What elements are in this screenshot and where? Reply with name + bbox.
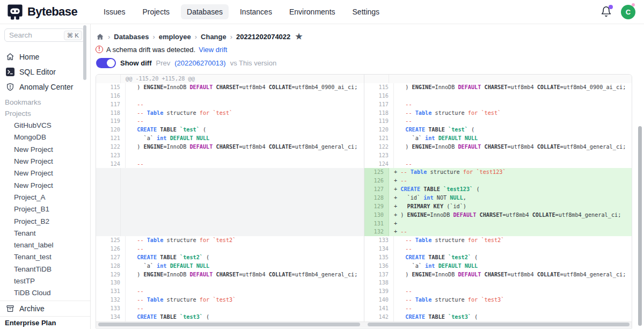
diff-line: 142 CREATE TABLE `test3` ( (364, 313, 632, 321)
bytebase-logo[interactable]: Bytebase (0, 3, 91, 20)
line-code: `a` int DEFAULT NULL (394, 134, 632, 143)
sidebar-project-project_b1[interactable]: Project_B1 (0, 203, 90, 215)
sidebar-project-tenant_label[interactable]: tenant_label (0, 239, 90, 251)
toggle-knob (107, 59, 115, 67)
line-code: -- (126, 287, 364, 296)
sidebar-scrollbar[interactable] (83, 25, 86, 80)
show-diff-toggle[interactable] (96, 58, 116, 68)
sidebar-project-tidb-cloud[interactable]: TiDB Cloud (0, 287, 90, 299)
sidebar-item-sql-editor[interactable]: SQL Editor (0, 64, 90, 79)
diff-line: 138 (364, 279, 632, 287)
line-code: ) ENGINE=InnoDB DEFAULT CHARSET=utf8mb4 … (126, 270, 364, 279)
sidebar-project-project_b2[interactable]: Project_B2 (0, 215, 90, 227)
avatar[interactable]: C (621, 5, 635, 19)
diff-line: 133 -- Table structure for `test2` (364, 236, 632, 245)
line-number: 131 (101, 287, 126, 296)
breadcrumb-item[interactable]: employee (159, 33, 191, 41)
line-code (394, 92, 632, 100)
bookmark-star-icon[interactable]: ★ (295, 32, 302, 41)
line-code (126, 279, 364, 287)
diff-line: 141 -- (364, 304, 632, 313)
brand-name: Bytebase (27, 5, 77, 19)
sidebar-item-home[interactable]: Home (0, 49, 90, 64)
notifications-button[interactable] (601, 6, 612, 18)
line-code: -- (394, 160, 632, 169)
line-code: -- (394, 287, 632, 296)
line-code: + CREATE TABLE `test123` ( (389, 185, 632, 194)
sidebar-nav: HomeSQL EditorAnomaly Center (0, 49, 90, 94)
line-number: 142 (369, 313, 394, 321)
line-code (121, 220, 364, 228)
page-scrollbar[interactable] (638, 126, 642, 326)
vs-this-version-label: vs This version (230, 59, 276, 67)
diff-line-filler (96, 177, 364, 185)
nav-item-environments[interactable]: Environments (283, 4, 341, 19)
diff-pane-current: 115 ) ENGINE=InnoDB DEFAULT CHARSET=utf8… (364, 75, 632, 321)
nav-item-settings[interactable]: Settings (347, 4, 386, 19)
main-content: ›Databases›employee›Change›2022120207402… (91, 24, 644, 329)
line-number: 130 (101, 279, 126, 287)
breadcrumb-item[interactable]: Databases (114, 33, 149, 41)
nav-item-instances[interactable]: Instances (234, 4, 278, 19)
sidebar-item-anomaly-center[interactable]: Anomaly Center (0, 79, 90, 94)
diff-line: 118 -- Table structure for `test` (364, 109, 632, 118)
line-number: 134 (369, 245, 394, 253)
prev-version-link[interactable]: (202206270013) (174, 59, 225, 67)
diff-line: 134 CREATE TABLE `test3` ( (96, 313, 364, 321)
line-number: 120 (369, 126, 394, 134)
diff-line: 117 -- (364, 100, 632, 109)
line-code (121, 177, 364, 185)
sidebar-project-new-project[interactable]: New Project (0, 143, 90, 155)
line-number: 127 (364, 185, 389, 194)
search-box[interactable]: ⌘ K (4, 28, 85, 42)
diff-line-filler (96, 194, 364, 202)
line-code: -- Table structure for `test3` (394, 296, 632, 304)
diff-line: 131 -- (96, 287, 364, 296)
diff-line-added: 132+ -- (364, 228, 632, 236)
line-number: 128 (101, 262, 126, 270)
sidebar-project-tenant_test[interactable]: Tenant_test (0, 251, 90, 263)
anomaly-center-icon (6, 83, 14, 91)
diff-line-added: 127+ CREATE TABLE `test123` ( (364, 185, 632, 194)
nav-item-projects[interactable]: Projects (136, 4, 175, 19)
sidebar-project-new-project[interactable]: New Project (0, 155, 90, 167)
diff-line-filler (96, 220, 364, 228)
sidebar-project-project_a[interactable]: Project_A (0, 191, 90, 203)
breadcrumb: ›Databases›employee›Change›2022120207402… (96, 31, 303, 42)
line-number: 125 (101, 236, 126, 245)
line-number (96, 211, 121, 220)
line-code (121, 202, 364, 211)
search-input[interactable] (9, 31, 53, 39)
diff-line: 124 -- (364, 160, 632, 169)
diff-line: 122 ) ENGINE=InnoDB DEFAULT CHARSET=utf8… (96, 143, 364, 151)
diff-line: 128 `a` int DEFAULT NULL (96, 262, 364, 270)
right-pane-horizontal-scrollbar[interactable] (368, 323, 630, 326)
line-number: 124 (369, 160, 394, 169)
sidebar-item-archive[interactable]: Archive (0, 301, 90, 316)
line-code: -- Table structure for `test` (394, 109, 632, 118)
sidebar-project-new-project[interactable]: New Project (0, 167, 90, 179)
line-number: 118 (369, 109, 394, 118)
sidebar-project-testtp[interactable]: testTP (0, 275, 90, 287)
line-number (96, 75, 121, 83)
view-drift-link[interactable]: View drift (199, 46, 227, 54)
line-number: 118 (101, 109, 126, 118)
breadcrumb-item[interactable]: Change (201, 33, 226, 41)
line-code: CREATE TABLE `test3` ( (394, 313, 632, 321)
line-code: ) ENGINE=InnoDB DEFAULT CHARSET=utf8mb4 … (394, 143, 632, 151)
breadcrumb-separator: › (230, 33, 232, 41)
sidebar-project-mongodb[interactable]: MongoDB (0, 131, 90, 143)
breadcrumb-item[interactable]: 20221202074022 (236, 33, 290, 41)
sidebar-project-new-project[interactable]: New Project (0, 179, 90, 191)
line-number: 116 (369, 92, 394, 100)
sidebar-project-githubvcs[interactable]: GitHubVCS (0, 119, 90, 131)
sidebar-project-tenant[interactable]: Tenant (0, 227, 90, 239)
diff-line: 129 ) ENGINE=InnoDB DEFAULT CHARSET=utf8… (96, 270, 364, 279)
line-code: -- (126, 160, 364, 169)
sidebar-project-tenanttidb[interactable]: TenantTiDB (0, 263, 90, 275)
nav-item-databases[interactable]: Databases (181, 4, 229, 19)
left-pane-horizontal-scrollbar[interactable] (98, 323, 360, 326)
breadcrumb-separator: › (195, 33, 197, 41)
nav-item-issues[interactable]: Issues (98, 4, 131, 19)
home-icon[interactable] (96, 33, 104, 41)
